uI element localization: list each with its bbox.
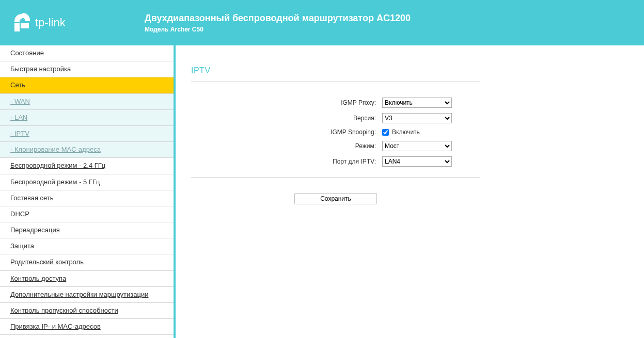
svg-text:tp-link: tp-link [35, 16, 66, 29]
form-row-igmp-proxy: IGMP Proxy: Включить [191, 98, 480, 108]
sidebar-item-11[interactable]: Переадресация [0, 222, 174, 238]
sidebar-item-6[interactable]: - Клонирование MAC-адреса [0, 142, 174, 158]
save-button[interactable]: Сохранить [294, 193, 377, 204]
sidebar-item-1[interactable]: Быстрая настройка [0, 61, 174, 77]
sidebar-item-15[interactable]: Дополнительные настройки маршрутизации [0, 287, 174, 303]
igmp-proxy-select[interactable]: Включить [382, 98, 452, 108]
mode-label: Режим: [191, 142, 382, 150]
tp-link-logo-icon: tp-link [10, 10, 88, 36]
svg-rect-1 [21, 23, 29, 28]
igmp-snooping-label: IGMP Snooping: [191, 128, 382, 136]
sidebar-item-8[interactable]: Беспроводной режим - 5 ГГц [0, 174, 174, 190]
sidebar-item-16[interactable]: Контроль пропускной способности [0, 303, 174, 319]
version-select[interactable]: V3 [382, 113, 452, 123]
header-title-block: Двухдиапазонный беспроводной маршрутизат… [145, 13, 411, 33]
page-title: IPTV [191, 66, 480, 75]
form-row-version: Версия: V3 [191, 113, 480, 123]
divider [191, 177, 480, 178]
product-model: Модель Archer C50 [145, 26, 411, 33]
sidebar-item-4[interactable]: - LAN [0, 110, 174, 126]
sidebar-item-14[interactable]: Контроль доступа [0, 271, 174, 287]
sidebar: СостояниеБыстрая настройкаСеть- WAN- LAN… [0, 45, 176, 338]
iptv-port-label: Порт для IPTV: [191, 158, 382, 165]
sidebar-item-17[interactable]: Привязка IP- и MAC-адресов [0, 319, 174, 335]
svg-rect-0 [14, 23, 20, 31]
sidebar-item-9[interactable]: Гостевая сеть [0, 190, 174, 206]
sidebar-item-3[interactable]: - WAN [0, 94, 174, 110]
header: tp-link Двухдиапазонный беспроводной мар… [0, 0, 644, 45]
sidebar-item-2[interactable]: Сеть [0, 77, 174, 93]
iptv-port-select[interactable]: LAN4 [382, 156, 452, 167]
form-row-mode: Режим: Мост [191, 141, 480, 151]
sidebar-item-12[interactable]: Защита [0, 238, 174, 254]
sidebar-item-10[interactable]: DHCP [0, 206, 174, 222]
divider [191, 82, 480, 82]
igmp-snooping-checkbox[interactable] [382, 129, 389, 136]
version-label: Версия: [191, 115, 382, 122]
sidebar-item-7[interactable]: Беспроводной режим - 2,4 ГГц [0, 158, 174, 174]
igmp-snooping-checkbox-label: Включить [392, 128, 420, 136]
form-row-igmp-snooping: IGMP Snooping: Включить [191, 128, 480, 136]
sidebar-item-5[interactable]: - IPTV [0, 126, 174, 142]
form-row-iptv-port: Порт для IPTV: LAN4 [191, 156, 480, 167]
sidebar-item-18[interactable]: Динамический DNS [0, 335, 174, 338]
product-title: Двухдиапазонный беспроводной маршрутизат… [145, 13, 411, 24]
main-content: IPTV IGMP Proxy: Включить Версия: V3 [176, 45, 644, 338]
sidebar-item-0[interactable]: Состояние [0, 45, 174, 61]
sidebar-item-13[interactable]: Родительский контроль [0, 254, 174, 270]
brand-logo: tp-link [10, 10, 114, 36]
igmp-proxy-label: IGMP Proxy: [191, 99, 382, 106]
mode-select[interactable]: Мост [382, 141, 452, 151]
